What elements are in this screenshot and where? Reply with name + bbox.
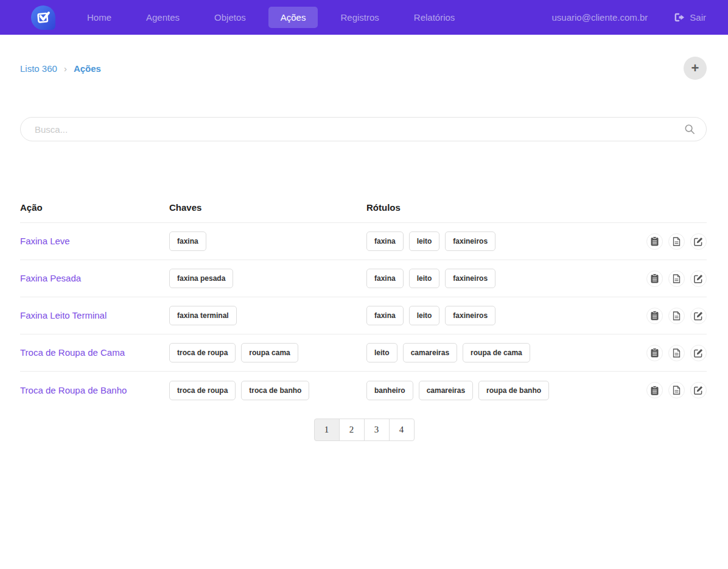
action-link[interactable]: Faxina Leve — [20, 236, 70, 246]
sign-out-icon — [674, 13, 685, 22]
tag-chip: faxina — [366, 231, 404, 251]
edit-icon[interactable] — [690, 345, 707, 361]
column-header-acao: Ação — [20, 202, 169, 213]
row-actions — [640, 345, 707, 361]
pagination-page-3[interactable]: 3 — [364, 419, 390, 441]
chaves-cell: troca de roupatroca de banho — [169, 381, 366, 400]
add-button[interactable]: + — [684, 57, 707, 80]
file-alt-icon[interactable] — [668, 270, 685, 287]
page-header: Listo 360 › Ações + — [20, 56, 707, 80]
file-alt-icon[interactable] — [668, 233, 685, 250]
plus-icon: + — [691, 62, 699, 75]
row-actions — [640, 382, 707, 398]
edit-icon[interactable] — [690, 308, 707, 324]
nav-item-objetos[interactable]: Objetos — [202, 7, 258, 28]
nav-item-acoes[interactable]: Ações — [268, 7, 318, 28]
pagination: 1234 — [0, 419, 728, 441]
rotulos-cell: faxinaleitofaxineiros — [366, 269, 640, 288]
nav-item-relatorios[interactable]: Relatórios — [402, 7, 467, 28]
actions-table: Ação Chaves Rótulos Faxina Leve faxina f… — [20, 202, 707, 409]
action-link[interactable]: Faxina Pesada — [20, 273, 81, 283]
action-link[interactable]: Troca de Roupa de Cama — [20, 347, 125, 358]
breadcrumb: Listo 360 › Ações — [20, 63, 101, 74]
tag-chip: banheiro — [366, 381, 413, 400]
clipboard-list-icon[interactable] — [646, 345, 663, 361]
table-row: Faxina Leito Terminal faxina terminal fa… — [20, 297, 707, 334]
logout-button[interactable]: Sair — [674, 12, 706, 23]
table-row: Faxina Pesada faxina pesada faxinaleitof… — [20, 260, 707, 297]
table-row: Faxina Leve faxina faxinaleitofaxineiros — [20, 223, 707, 260]
clipboard-list-icon[interactable] — [646, 308, 663, 324]
edit-icon[interactable] — [690, 382, 707, 398]
rotulos-cell: banheirocamareirasroupa de banho — [366, 381, 640, 400]
nav-item-label: Registros — [340, 12, 379, 23]
search-input[interactable] — [20, 117, 707, 141]
tag-chip: faxina — [366, 306, 404, 325]
chaves-cell: faxina terminal — [169, 306, 366, 325]
row-actions — [640, 270, 707, 287]
nav-item-agentes[interactable]: Agentes — [134, 7, 192, 28]
file-alt-icon[interactable] — [668, 382, 685, 398]
nav-item-label: Ações — [281, 12, 306, 23]
pagination-page-1[interactable]: 1 — [314, 419, 340, 441]
table-body: Faxina Leve faxina faxinaleitofaxineiros — [20, 223, 707, 409]
rotulos-cell: leitocamareirasroupa de cama — [366, 343, 640, 362]
navbar: HomeAgentesObjetosAçõesRegistrosRelatóri… — [0, 0, 728, 35]
tag-chip: roupa cama — [241, 343, 298, 362]
tag-chip: leito — [409, 231, 440, 251]
rotulos-cell: faxinaleitofaxineiros — [366, 231, 640, 251]
tag-chip: troca de roupa — [169, 343, 236, 362]
action-link[interactable]: Faxina Leito Terminal — [20, 310, 107, 320]
nav-item-label: Home — [87, 12, 111, 23]
file-alt-icon[interactable] — [668, 345, 685, 361]
rotulos-cell: faxinaleitofaxineiros — [366, 306, 640, 325]
tag-chip: troca de banho — [241, 381, 309, 400]
action-link[interactable]: Troca de Roupa de Banho — [20, 385, 127, 395]
column-header-rotulos: Rótulos — [366, 202, 640, 213]
tag-chip: faxina — [169, 231, 206, 251]
tag-chip: leito — [366, 343, 397, 362]
nav-menu: HomeAgentesObjetosAçõesRegistrosRelatóri… — [75, 7, 477, 28]
column-header-chaves: Chaves — [169, 202, 366, 213]
check-square-logo-icon — [37, 10, 51, 24]
user-email: usuario@cliente.com.br — [552, 12, 648, 23]
clipboard-list-icon[interactable] — [646, 270, 663, 287]
tag-chip: faxina — [366, 269, 404, 288]
file-alt-icon[interactable] — [668, 308, 685, 324]
clipboard-list-icon[interactable] — [646, 382, 663, 398]
table-row: Troca de Roupa de Cama troca de rouparou… — [20, 334, 707, 372]
tag-chip: troca de roupa — [169, 381, 236, 400]
tag-chip: roupa de banho — [478, 381, 549, 400]
chaves-cell: faxina — [169, 231, 366, 251]
nav-item-label: Relatórios — [414, 12, 455, 23]
tag-chip: faxina pesada — [169, 269, 233, 288]
chaves-cell: troca de rouparoupa cama — [169, 343, 366, 362]
chaves-cell: faxina pesada — [169, 269, 366, 288]
search-bar — [20, 117, 707, 141]
tag-chip: faxineiros — [445, 269, 495, 288]
pagination-page-2[interactable]: 2 — [339, 419, 365, 441]
chevron-right-icon: › — [64, 63, 67, 74]
table-header: Ação Chaves Rótulos — [20, 202, 707, 223]
breadcrumb-home-link[interactable]: Listo 360 — [20, 63, 57, 74]
tag-chip: camareiras — [403, 343, 457, 362]
tag-chip: faxina terminal — [169, 306, 237, 325]
clipboard-list-icon[interactable] — [646, 233, 663, 250]
breadcrumb-current: Ações — [74, 63, 101, 74]
navbar-right: usuario@cliente.com.br Sair — [552, 12, 706, 23]
tag-chip: leito — [409, 269, 440, 288]
brand-logo[interactable] — [31, 5, 55, 30]
edit-icon[interactable] — [690, 270, 707, 287]
tag-chip: faxineiros — [445, 231, 495, 251]
logout-label: Sair — [690, 12, 706, 23]
edit-icon[interactable] — [690, 233, 707, 250]
nav-item-label: Agentes — [146, 12, 180, 23]
search-icon[interactable] — [684, 124, 695, 135]
tag-chip: camareiras — [419, 381, 473, 400]
row-actions — [640, 308, 707, 324]
pagination-page-4[interactable]: 4 — [389, 419, 415, 441]
nav-item-home[interactable]: Home — [75, 7, 124, 28]
tag-chip: faxineiros — [445, 306, 495, 325]
nav-item-registros[interactable]: Registros — [328, 7, 391, 28]
table-row: Troca de Roupa de Banho troca de roupatr… — [20, 372, 707, 409]
